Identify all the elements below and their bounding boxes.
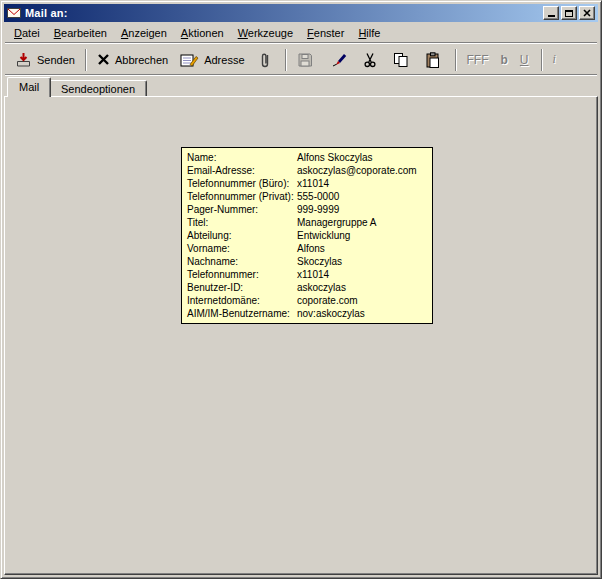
save-button bbox=[291, 47, 319, 73]
tooltip-row: Telefonnummer (Büro): x11014 bbox=[187, 177, 427, 190]
save-disk-icon bbox=[297, 52, 313, 68]
tooltip-field-label: Titel: bbox=[187, 216, 297, 229]
tooltip-row: AIM/IM-Benutzername: nov:askoczylas bbox=[187, 307, 427, 320]
tooltip-row: Telefonnummer: x11014 bbox=[187, 268, 427, 281]
tooltip-row: Name: Alfons Skoczylas bbox=[187, 151, 427, 164]
attach-button[interactable] bbox=[253, 47, 277, 73]
mail-compose-window: Mail an: Datei Bearbeiten Anzeigen Aktio… bbox=[0, 0, 602, 579]
send-button[interactable]: Senden bbox=[9, 47, 81, 73]
address-book-icon bbox=[180, 52, 199, 68]
underline-button-label: U bbox=[520, 53, 529, 67]
tooltip-row: Abteilung: Entwicklung bbox=[187, 229, 427, 242]
tooltip-field-value: Alfons Skoczylas bbox=[297, 151, 373, 164]
title-bar[interactable]: Mail an: bbox=[4, 4, 598, 22]
menu-item[interactable]: Werkzeuge bbox=[231, 24, 300, 42]
tooltip-field-label: Telefonnummer: bbox=[187, 268, 297, 281]
maximize-button[interactable] bbox=[561, 6, 577, 20]
menu-item[interactable]: Bearbeiten bbox=[47, 24, 114, 42]
tooltip-field-value: askoczylas bbox=[297, 281, 346, 294]
minimize-button[interactable] bbox=[543, 6, 559, 20]
tooltip-row: Nachname: Skoczylas bbox=[187, 255, 427, 268]
tooltip-field-label: Internetdomäne: bbox=[187, 294, 297, 307]
tooltip-field-value: Entwicklung bbox=[297, 229, 350, 242]
copy-icon bbox=[393, 52, 409, 68]
toolbar-separator bbox=[541, 49, 543, 71]
cancel-button-label: Abbrechen bbox=[115, 54, 168, 66]
toolbar: Senden Abbrechen Adresse bbox=[5, 45, 597, 75]
tooltip-field-value: Managergruppe A bbox=[297, 216, 377, 229]
bold-button-label: b bbox=[501, 53, 508, 67]
bold-button: b bbox=[495, 47, 514, 73]
address-button-label: Adresse bbox=[204, 54, 244, 66]
tooltip-field-value: Alfons bbox=[297, 242, 325, 255]
tooltip-field-label: AIM/IM-Benutzername: bbox=[187, 307, 297, 320]
tooltip-field-label: Name: bbox=[187, 151, 297, 164]
tooltip-row: Pager-Nummer: 999-9999 bbox=[187, 203, 427, 216]
menu-item[interactable]: Fenster bbox=[300, 24, 351, 42]
menu-item[interactable]: Hilfe bbox=[351, 24, 387, 42]
tooltip-row: Vorname: Alfons bbox=[187, 242, 427, 255]
tooltip-row: Internetdomäne: coporate.com bbox=[187, 294, 427, 307]
italic-button: i bbox=[547, 47, 562, 73]
tooltip-field-label: Email-Adresse: bbox=[187, 164, 297, 177]
tooltip-row: Telefonnummer (Privat): 555-0000 bbox=[187, 190, 427, 203]
font-button-label: FFF bbox=[467, 53, 489, 67]
tooltip-field-value: x11014 bbox=[297, 268, 329, 281]
tooltip-field-label: Vorname: bbox=[187, 242, 297, 255]
tooltip-field-value: nov:askoczylas bbox=[297, 307, 365, 320]
underline-button: U bbox=[514, 47, 535, 73]
tooltip-field-label: Benutzer-ID: bbox=[187, 281, 297, 294]
toolbar-separator bbox=[285, 49, 287, 71]
tooltip-row: Titel: Managergruppe A bbox=[187, 216, 427, 229]
window-title: Mail an: bbox=[25, 7, 541, 19]
maximize-icon bbox=[565, 10, 573, 17]
copy-button[interactable] bbox=[387, 47, 415, 73]
menu-item[interactable]: Anzeigen bbox=[114, 24, 174, 42]
tooltip-field-value: 999-9999 bbox=[297, 203, 339, 216]
tooltip-field-label: Abteilung: bbox=[187, 229, 297, 242]
tooltip-field-value: 555-0000 bbox=[297, 190, 339, 203]
address-button[interactable]: Adresse bbox=[174, 47, 250, 73]
toolbar-separator bbox=[455, 49, 457, 71]
close-button[interactable] bbox=[579, 6, 595, 20]
signature-button[interactable] bbox=[325, 47, 353, 73]
tooltip-field-label: Nachname: bbox=[187, 255, 297, 268]
tab[interactable]: Sendeoptionen bbox=[49, 80, 147, 97]
cancel-x-icon bbox=[97, 53, 110, 66]
send-button-label: Senden bbox=[37, 54, 75, 66]
mail-window-icon bbox=[7, 7, 22, 19]
cut-button[interactable] bbox=[357, 47, 383, 73]
menu-bar: Datei Bearbeiten Anzeigen Aktionen Werkz… bbox=[5, 23, 597, 43]
toolbar-separator bbox=[85, 49, 87, 71]
scissors-icon bbox=[363, 52, 377, 68]
paste-clipboard-icon bbox=[425, 52, 441, 68]
tooltip-row: Benutzer-ID: askoczylas bbox=[187, 281, 427, 294]
italic-button-label: i bbox=[553, 52, 556, 67]
tooltip-field-label: Telefonnummer (Büro): bbox=[187, 177, 297, 190]
tooltip-field-label: Pager-Nummer: bbox=[187, 203, 297, 216]
menu-item[interactable]: Datei bbox=[7, 24, 47, 42]
tooltip-field-value: coporate.com bbox=[297, 294, 358, 307]
font-button: FFF bbox=[461, 47, 495, 73]
minimize-icon bbox=[548, 15, 555, 17]
tooltip-field-value: x11014 bbox=[297, 177, 329, 190]
tooltip-row: Email-Adresse: askoczylas@coporate.com bbox=[187, 164, 427, 177]
paperclip-icon bbox=[259, 51, 271, 69]
close-icon bbox=[583, 9, 591, 17]
send-icon bbox=[15, 52, 32, 68]
tooltip-field-value: askoczylas@coporate.com bbox=[297, 164, 417, 177]
contact-tooltip: Name: Alfons Skoczylas Email-Adresse: as… bbox=[181, 147, 433, 324]
paste-button[interactable] bbox=[419, 47, 447, 73]
menu-item[interactable]: Aktionen bbox=[174, 24, 231, 42]
signature-pen-icon bbox=[331, 52, 347, 68]
tab[interactable]: Mail bbox=[7, 77, 51, 97]
tooltip-field-label: Telefonnummer (Privat): bbox=[187, 190, 297, 203]
tooltip-field-value: Skoczylas bbox=[297, 255, 342, 268]
cancel-button[interactable]: Abbrechen bbox=[91, 47, 174, 73]
